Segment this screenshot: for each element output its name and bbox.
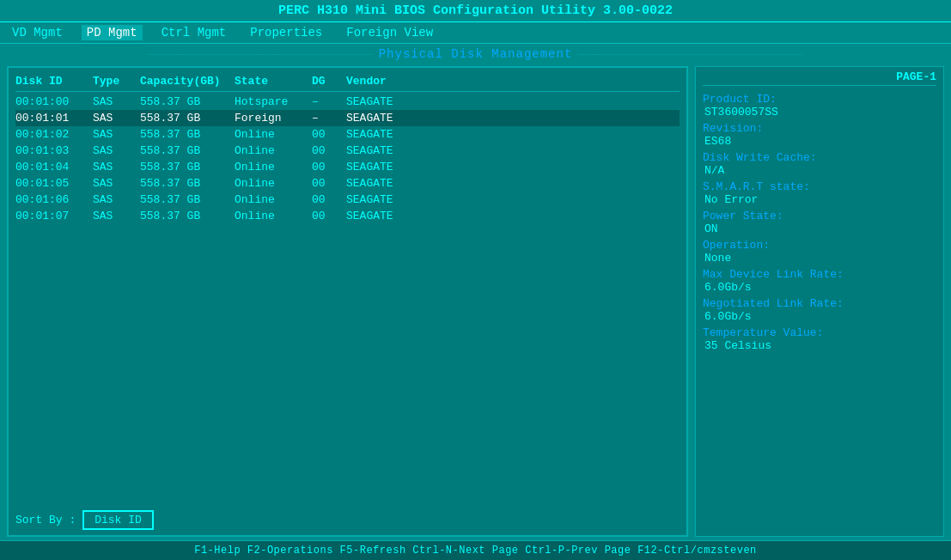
left-panel: Disk ID Type Capacity(GB) State DG Vendo… [7,66,688,537]
title-bar: PERC H310 Mini BIOS Configuration Utilit… [0,0,951,22]
cell-col-vendor: SEAGATE [346,177,424,190]
cell-col-capacity: 558.37 GB [140,144,235,157]
table-row[interactable]: 00:01:07SAS558.37 GBOnline00SEAGATE [15,208,680,224]
cell-col-type: SAS [93,193,140,206]
cell-col-capacity: 558.37 GB [140,193,235,206]
menu-item-properties[interactable]: Properties [245,25,327,40]
col-header-dg: DG [312,75,346,88]
col-header-diskid: Disk ID [15,75,93,88]
cell-col-capacity: 558.37 GB [140,112,235,125]
sort-by-label: Sort By : [15,514,76,527]
prop-label: Temperature Value: [703,326,936,339]
cell-col-diskid: 00:01:06 [15,193,93,206]
cell-col-diskid: 00:01:00 [15,95,93,108]
cell-col-vendor: SEAGATE [346,112,424,125]
cell-col-type: SAS [93,95,140,108]
cell-col-dg: 00 [312,128,346,141]
sort-value[interactable]: Disk ID [82,510,154,530]
table-row[interactable]: 00:01:00SAS558.37 GBHotspare–SEAGATE [15,94,680,110]
cell-col-diskid: 00:01:07 [15,210,93,222]
cell-col-vendor: SEAGATE [346,128,424,141]
cell-col-state: Foreign [235,112,312,125]
cell-col-diskid: 00:01:05 [15,177,93,190]
cell-col-dg: – [312,95,346,108]
prop-value: ON [704,222,936,235]
cell-col-capacity: 558.37 GB [140,128,235,141]
prop-value: ST3600057SS [704,106,936,119]
table-row[interactable]: 00:01:06SAS558.37 GBOnline00SEAGATE [15,192,680,208]
cell-col-dg: 00 [312,193,346,206]
table-row[interactable]: 00:01:05SAS558.37 GBOnline00SEAGATE [15,175,680,192]
cell-col-dg: – [312,112,346,125]
cell-col-state: Online [235,193,312,206]
menu-item-foreign-view[interactable]: Foreign View [341,25,438,40]
prop-label: S.M.A.R.T state: [703,180,936,193]
prop-label: Disk Write Cache: [703,151,936,164]
cell-col-state: Online [235,128,312,141]
cell-col-diskid: 00:01:01 [15,112,93,125]
cell-col-vendor: SEAGATE [346,95,424,108]
cell-col-state: Online [235,144,312,157]
prop-label: Max Device Link Rate: [703,268,936,281]
screen: PERC H310 Mini BIOS Configuration Utilit… [0,0,951,560]
cell-col-diskid: 00:01:03 [15,144,93,157]
properties-list: Product ID:ST3600057SSRevision:ES68Disk … [703,89,936,352]
prop-value: 6.0Gb/s [704,310,936,323]
prop-label: Revision: [703,122,936,135]
table-row[interactable]: 00:01:03SAS558.37 GBOnline00SEAGATE [15,143,680,159]
col-header-state: State [235,75,312,88]
cell-col-state: Hotspare [235,95,312,108]
prop-label: Power State: [703,210,936,222]
cell-col-type: SAS [93,177,140,190]
cell-col-vendor: SEAGATE [346,161,424,173]
table-rows: 00:01:00SAS558.37 GBHotspare–SEAGATE00:0… [15,94,680,503]
prop-label: Operation: [703,239,936,252]
cell-col-type: SAS [93,128,140,141]
main-content: Disk ID Type Capacity(GB) State DG Vendo… [0,63,951,540]
col-header-type: Type [93,75,140,88]
menu-item-ctrl-mgmt[interactable]: Ctrl Mgmt [156,25,232,40]
cell-col-dg: 00 [312,144,346,157]
cell-col-vendor: SEAGATE [346,144,424,157]
table-header: Disk ID Type Capacity(GB) State DG Vendo… [15,73,680,92]
cell-col-dg: 00 [312,177,346,190]
page-indicator: PAGE-1 [703,70,936,86]
prop-value: ES68 [704,135,936,148]
prop-value: 6.0Gb/s [704,281,936,294]
cell-col-capacity: 558.37 GB [140,95,235,108]
cell-col-type: SAS [93,144,140,157]
cell-col-capacity: 558.37 GB [140,210,235,222]
cell-col-state: Online [235,161,312,173]
cell-col-vendor: SEAGATE [346,210,424,222]
prop-value: 35 Celsius [704,339,936,352]
cell-col-type: SAS [93,161,140,173]
table-row[interactable]: 00:01:01SAS558.37 GBForeign–SEAGATE [15,110,680,126]
cell-col-capacity: 558.37 GB [140,177,235,190]
right-panel: PAGE-1 Product ID:ST3600057SSRevision:ES… [695,66,944,537]
menu-item-pd-mgmt[interactable]: PD Mgmt [82,25,143,40]
prop-label: Negotiated Link Rate: [703,297,936,310]
footer-text: F1-Help F2-Operations F5-Refresh Ctrl-N-… [194,545,757,557]
title-text: PERC H310 Mini BIOS Configuration Utilit… [278,3,673,18]
section-title: Physical Disk Management [0,44,951,63]
cell-col-diskid: 00:01:02 [15,128,93,141]
prop-value: None [704,252,936,265]
prop-value: N/A [704,164,936,177]
sort-bar: Sort By : Disk ID [15,510,680,530]
prop-value: No Error [704,193,936,206]
table-row[interactable]: 00:01:04SAS558.37 GBOnline00SEAGATE [15,159,680,175]
footer: F1-Help F2-Operations F5-Refresh Ctrl-N-… [0,540,951,560]
prop-label: Product ID: [703,93,936,106]
cell-col-state: Online [235,210,312,222]
col-header-vendor: Vendor [346,75,424,88]
cell-col-type: SAS [93,112,140,125]
cell-col-capacity: 558.37 GB [140,161,235,173]
col-header-capacity: Capacity(GB) [140,75,235,88]
cell-col-diskid: 00:01:04 [15,161,93,173]
cell-col-type: SAS [93,210,140,222]
menu-item-vd-mgmt[interactable]: VD Mgmt [7,25,68,40]
cell-col-dg: 00 [312,161,346,173]
table-row[interactable]: 00:01:02SAS558.37 GBOnline00SEAGATE [15,126,680,143]
cell-col-dg: 00 [312,210,346,222]
cell-col-state: Online [235,177,312,190]
